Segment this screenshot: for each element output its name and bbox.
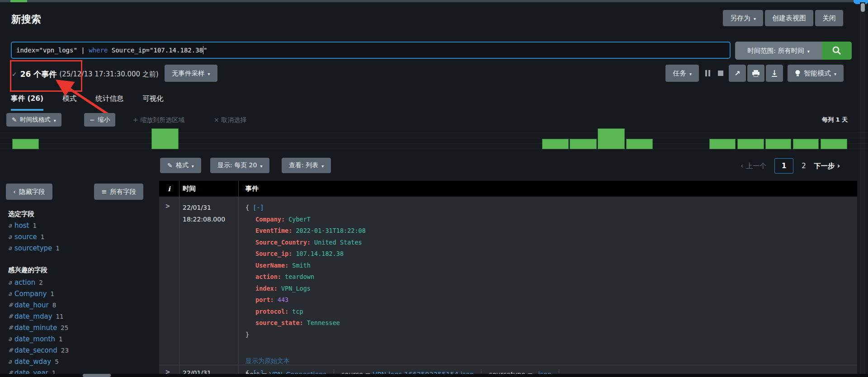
json-key: Source_ip (255, 250, 288, 257)
json-field-line: EventTime: 2022-01-31T18:22:08 (245, 225, 366, 237)
hide-fields-button[interactable]: ‹ 隐藏字段 (6, 184, 52, 200)
field-item[interactable]: #date_minute25 (8, 322, 144, 333)
histogram-bar[interactable] (626, 139, 653, 149)
field-name-link[interactable]: action (14, 278, 35, 287)
stop-job-icon[interactable] (717, 70, 724, 77)
field-item[interactable]: #date_mday11 (8, 311, 144, 322)
all-fields-button[interactable]: ≡ 所有字段 (94, 184, 143, 200)
meta-value-link[interactable]: _json (535, 371, 552, 374)
field-type-prefix: a (8, 290, 14, 297)
histogram-bar[interactable] (765, 139, 791, 149)
horizontal-scrollbar-thumb[interactable] (83, 374, 111, 377)
field-item[interactable]: asource1 (8, 231, 144, 242)
zoom-to-selection-button[interactable]: + 缩放到所选区域 (133, 113, 184, 127)
per-page-button[interactable]: 显示: 每页 20 ▾ (210, 158, 269, 173)
histogram-bar[interactable] (709, 139, 736, 149)
deselect-label: 取消选择 (221, 116, 246, 123)
field-name-link[interactable]: date_minute (14, 324, 57, 332)
event-timestamp: 22/01/31 (183, 368, 211, 374)
format-results-button[interactable]: ✎ 格式 ▾ (160, 158, 201, 173)
field-item[interactable]: #date_hour8 (8, 299, 144, 311)
share-icon: ↗ (734, 69, 740, 78)
prev-page-button[interactable]: ‹ 上一个 (741, 162, 766, 170)
pencil-icon: ✎ (167, 162, 173, 169)
collapse-json-link[interactable]: [-] (253, 204, 264, 211)
create-table-view-button[interactable]: 创建表视图 (765, 10, 813, 26)
zoom-out-button[interactable]: − 缩小 (84, 113, 115, 127)
json-colon: : (307, 239, 314, 246)
show-raw-text-link[interactable]: 显示为原始文本 (245, 357, 290, 365)
pause-job-icon[interactable] (703, 70, 712, 77)
field-item[interactable]: adate_wday5 (8, 356, 144, 367)
field-item[interactable]: aCompany1 (8, 288, 144, 299)
tab-events[interactable]: 事件 (26) (11, 94, 43, 111)
event-meta: host = VPN_Connectionssource = VPN-logs-… (245, 368, 566, 374)
field-name-link[interactable]: date_mday (14, 312, 52, 320)
zoom-out-label: 缩小 (98, 116, 110, 124)
vertical-scrollbar-thumb[interactable] (861, 3, 865, 12)
field-name-link[interactable]: date_second (14, 346, 57, 354)
field-item[interactable]: adate_month1 (8, 333, 144, 344)
sampling-label: 无事件采样 (172, 69, 205, 78)
histogram-bar[interactable] (737, 139, 764, 149)
field-item[interactable]: #date_second23 (8, 344, 144, 356)
field-name-link[interactable]: Company (14, 290, 47, 298)
row-expander-icon[interactable]: > (165, 202, 170, 210)
meta-value-link[interactable]: VPN_Connections (269, 371, 326, 374)
next-page-button[interactable]: 下一步 › (814, 162, 840, 170)
job-menu-button[interactable]: 任务 ▾ (665, 65, 699, 82)
vertical-scrollbar-track[interactable] (860, 2, 865, 374)
collapse-json-link[interactable]: [-] (253, 369, 264, 374)
histogram-bar[interactable] (542, 139, 569, 149)
field-item[interactable]: asourcetype1 (8, 242, 144, 254)
field-item[interactable]: aaction2 (8, 277, 144, 288)
event-json: { [-]Company: CyberTEventTime: 2022-01-3… (245, 202, 366, 340)
json-colon: : (281, 216, 288, 223)
close-button[interactable]: 关闭 (815, 10, 843, 26)
page-1-button[interactable]: 1 (774, 158, 793, 174)
save-as-button[interactable]: 另存为 ▾ (723, 10, 763, 26)
export-button[interactable]: ↓ (766, 65, 783, 82)
histogram-bar[interactable] (598, 128, 625, 149)
field-name-link[interactable]: date_month (14, 335, 55, 343)
field-name-link[interactable]: date_hour (14, 301, 49, 309)
field-name-link[interactable]: source (14, 233, 37, 241)
search-button[interactable] (822, 42, 852, 60)
event-sampling-button[interactable]: 无事件采样 ▾ (165, 65, 217, 82)
histogram-bar[interactable] (151, 128, 179, 149)
histogram-bar[interactable] (793, 139, 819, 149)
smart-mode-label: 智能模式 (804, 69, 831, 78)
field-name-link[interactable]: date_wday (14, 358, 51, 366)
histogram-bar[interactable] (821, 139, 847, 149)
tab-patterns[interactable]: 模式 (62, 94, 76, 111)
field-item[interactable]: ahost1 (8, 220, 144, 231)
deselect-button[interactable]: × 取消选择 (214, 113, 246, 127)
tab-statistics[interactable]: 统计信息 (95, 94, 123, 111)
meta-value-link[interactable]: VPN-logs-1663593355154.json (373, 371, 474, 374)
field-type-prefix: a (8, 279, 14, 286)
field-name-link[interactable]: host (14, 221, 29, 230)
smart-mode-button[interactable]: 智能模式 ▾ (788, 65, 844, 82)
view-mode-button[interactable]: 查看: 列表 ▾ (282, 158, 331, 173)
horizontal-scrollbar-track[interactable] (0, 374, 868, 377)
search-query-input[interactable]: index="vpn_logs" | where Source_ip="107.… (11, 42, 731, 59)
time-range-picker[interactable]: 时间范围: 所有时间 ▾ (735, 42, 822, 60)
row-expander-icon[interactable]: > (165, 368, 170, 374)
event-histogram[interactable] (0, 127, 868, 149)
share-button[interactable]: ↗ (729, 65, 746, 82)
json-key: index (255, 285, 274, 292)
query-keyword: where (89, 47, 108, 54)
chevron-left-icon: ‹ (13, 188, 16, 195)
timeline-scale-label: 每列 1 天 (822, 113, 848, 127)
field-type-prefix: # (8, 324, 14, 331)
page-2-button[interactable]: 2 (802, 162, 806, 170)
tab-visualization[interactable]: 可视化 (142, 94, 164, 111)
histogram-bar[interactable] (12, 139, 39, 149)
events-table-body: > 22/01/3118:22:08.000 { [-]Company: Cyb… (159, 197, 857, 374)
timeline-format-button[interactable]: ✎ 时间线格式 ▾ (6, 113, 61, 127)
save-as-label: 另存为 (730, 14, 750, 23)
field-count: 1 (59, 335, 63, 343)
print-button[interactable] (747, 65, 764, 82)
field-name-link[interactable]: sourcetype (14, 244, 52, 252)
histogram-bar[interactable] (570, 139, 597, 149)
